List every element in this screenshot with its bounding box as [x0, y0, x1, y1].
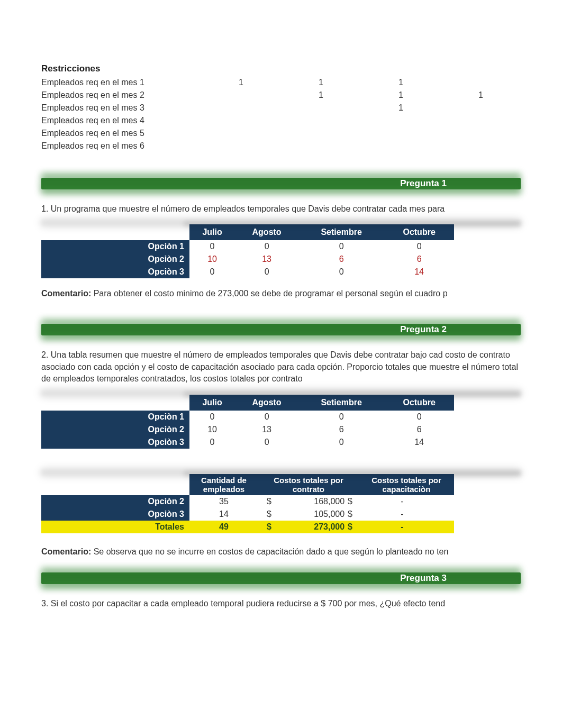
table-row: Empleados req en el mes 3 1 [41, 102, 521, 114]
table-row: Opciòn 2 35 $ 168,000 $ - [41, 495, 454, 508]
cell: 0 [384, 411, 454, 423]
question-1-label: Pregunta 1 [400, 178, 447, 189]
currency: $ [267, 497, 271, 506]
cell [441, 114, 521, 127]
col-header: Agosto [235, 395, 298, 411]
cell: - [359, 521, 454, 533]
row-label: Opciòn 2 [41, 423, 189, 436]
table-row: Opciòn 2 10 13 6 6 [41, 423, 454, 436]
cell: 6 [384, 253, 454, 266]
cell [281, 140, 361, 152]
col-header: Julio [189, 224, 235, 240]
cell: 0 [235, 411, 298, 423]
cell: 6 [384, 423, 454, 436]
cell: 10 [189, 423, 235, 436]
currency: $ [348, 497, 352, 506]
table-row: Empleados req en el mes 4 [41, 114, 521, 127]
cell [201, 102, 281, 114]
col-header: Octubre [384, 224, 454, 240]
table-row: Empleados req en el mes 6 [41, 140, 521, 152]
table-row: Opciòn 3 0 0 0 14 [41, 436, 454, 449]
comment-2: Comentario: Se observa que no se incurre… [41, 547, 521, 557]
table-row: Opciòn 3 14 $ 105,000 $ - [41, 508, 454, 521]
table-row: Empleados req en el mes 2 1 1 1 [41, 89, 521, 102]
row-label: Opciòn 3 [41, 508, 189, 521]
question-3-label: Pregunta 3 [400, 572, 447, 584]
table-row: Empleados req en el mes 5 [41, 127, 521, 140]
row-label: Empleados req en el mes 4 [41, 114, 201, 127]
cell: 1 [441, 89, 521, 102]
cell: 13 [235, 253, 298, 266]
cell: - [359, 508, 454, 521]
cell: 0 [298, 411, 384, 423]
cell: 0 [189, 240, 235, 253]
cell [201, 127, 281, 140]
col-header: Costos totales por contrato [258, 474, 359, 496]
amount: 168,000 [271, 497, 348, 506]
pregunta2-table: Julio Agosto Setiembre Octubre Opciòn 1 … [41, 395, 454, 449]
col-header: Setiembre [298, 224, 384, 240]
cell: 14 [384, 266, 454, 278]
cell: $ 168,000 $ [258, 495, 359, 508]
cell: $ 105,000 $ [258, 508, 359, 521]
table-row: Opciòn 3 0 0 0 14 [41, 266, 454, 278]
col-header: Julio [189, 395, 235, 411]
cell [201, 114, 281, 127]
col-header: Setiembre [298, 395, 384, 411]
cell: $ 273,000 $ [258, 521, 359, 533]
question-2-bar: Pregunta 2 [41, 321, 521, 339]
amount: 273,000 [271, 522, 348, 532]
table-row: Empleados req en el mes 1 1 1 1 [41, 76, 521, 89]
question-3-text: 3. Si el costo por capacitar a cada empl… [41, 598, 521, 609]
cell: 6 [298, 253, 384, 266]
row-label: Opciòn 2 [41, 495, 189, 508]
currency: $ [267, 509, 271, 519]
table-row: Opciòn 2 10 13 6 6 [41, 253, 454, 266]
cell [281, 114, 361, 127]
cell: 1 [281, 89, 361, 102]
cell [361, 140, 441, 152]
comment-1: Comentario: Para obtener el costo minimo… [41, 289, 521, 298]
cell: 0 [235, 240, 298, 253]
question-1-text: 1. Un programa que muestre el número de … [41, 203, 521, 215]
row-label: Opciòn 2 [41, 253, 189, 266]
cell: 0 [298, 240, 384, 253]
cell: 0 [189, 436, 235, 449]
row-label: Totales [41, 521, 189, 533]
col-header: Cantidad de empleados [189, 474, 258, 496]
cell: 1 [201, 76, 281, 89]
cell [441, 76, 521, 89]
cell: 13 [235, 423, 298, 436]
question-1-bar: Pregunta 1 [41, 175, 521, 193]
cell: 0 [189, 411, 235, 423]
cell: 1 [281, 76, 361, 89]
comment-text: Para obtener el costo minimo de 273,000 … [91, 289, 447, 298]
cell: 14 [384, 436, 454, 449]
comment-label: Comentario: [41, 547, 91, 556]
cell: 0 [189, 266, 235, 278]
question-2-text: 2. Una tabla resumen que muestre el núme… [41, 349, 521, 385]
row-label: Empleados req en el mes 6 [41, 140, 201, 152]
question-3-bar: Pregunta 3 [41, 569, 521, 587]
question-2-label: Pregunta 2 [400, 324, 447, 335]
totals-row: Totales 49 $ 273,000 $ - [41, 521, 454, 533]
row-label: Empleados req en el mes 2 [41, 89, 201, 102]
cell: 0 [298, 436, 384, 449]
cell: 14 [189, 508, 258, 521]
currency: $ [267, 522, 271, 532]
cell [281, 102, 361, 114]
cell: 1 [361, 89, 441, 102]
table-row: Opciòn 1 0 0 0 0 [41, 411, 454, 423]
cell: 1 [361, 76, 441, 89]
cell: 1 [361, 102, 441, 114]
pregunta2-summary-table: Cantidad de empleados Costos totales por… [41, 474, 454, 534]
col-header: Octubre [384, 395, 454, 411]
cell [441, 140, 521, 152]
cell: 49 [189, 521, 258, 533]
cell [201, 140, 281, 152]
cell: 0 [298, 266, 384, 278]
comment-text: Se observa que no se incurre en costos d… [91, 547, 448, 556]
currency: $ [348, 509, 352, 519]
cell [281, 127, 361, 140]
row-label: Empleados req en el mes 3 [41, 102, 201, 114]
